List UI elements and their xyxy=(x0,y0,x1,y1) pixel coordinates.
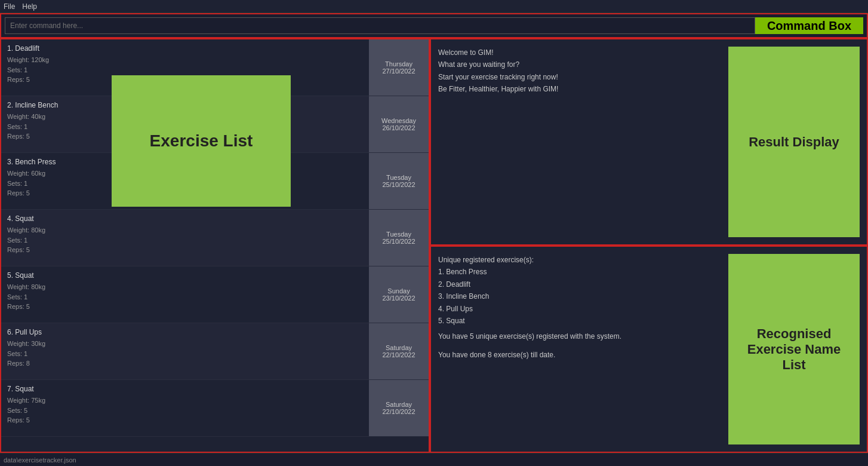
exercise-detail: Weight: 75kgSets: 5Reps: 5 xyxy=(7,396,363,425)
menu-file[interactable]: File xyxy=(4,2,15,11)
recognised-item: 2. Deadlift xyxy=(438,278,721,290)
exercise-item[interactable]: 5. Squat Weight: 80kgSets: 1Reps: 5 Sund… xyxy=(1,266,429,323)
recognised-item: 1. Bench Press xyxy=(438,266,721,278)
result-display-green-box: Result Display xyxy=(728,47,860,237)
welcome-line1: Welcome to GIM! xyxy=(438,47,721,59)
exercise-detail: Weight: 80kgSets: 1Reps: 5 xyxy=(7,282,363,312)
recognised-items: 1. Bench Press2. Deadlift3. Incline Benc… xyxy=(438,266,721,327)
exercise-item[interactable]: 6. Pull Ups Weight: 30kgSets: 1Reps: 8 S… xyxy=(1,323,429,380)
exercise-date: Wednesday26/10/2022 xyxy=(369,96,429,152)
recognised-box-label: RecognisedExercise Name List xyxy=(734,326,854,373)
command-input[interactable] xyxy=(5,17,755,34)
exercise-date: Tuesday25/10/2022 xyxy=(369,153,429,209)
exercise-date: Tuesday25/10/2022 xyxy=(369,210,429,266)
exercise-list-label: Exercise List xyxy=(112,75,291,207)
exercise-name: 7. Squat xyxy=(7,385,363,393)
exercise-detail: Weight: 80kgSets: 1Reps: 5 xyxy=(7,225,363,255)
exercise-info: 5. Squat Weight: 80kgSets: 1Reps: 5 xyxy=(1,266,369,323)
exercise-name: 6. Pull Ups xyxy=(7,328,363,336)
recognised-exercise-green-box: RecognisedExercise Name List xyxy=(728,254,860,444)
recognised-item: 4. Pull Ups xyxy=(438,303,721,315)
statusbar-path: data\exercisetracker.json xyxy=(4,456,76,464)
exercise-list-panel: Exercise List 1. Deadlift Weight: 120kgS… xyxy=(0,38,430,453)
exercise-date: Saturday22/10/2022 xyxy=(369,380,429,436)
statusbar: data\exercisetracker.json xyxy=(0,453,868,466)
exercise-list-container[interactable]: Exercise List 1. Deadlift Weight: 120kgS… xyxy=(1,39,429,452)
commandbar: Command Box xyxy=(0,13,868,38)
exercise-date: Saturday22/10/2022 xyxy=(369,323,429,379)
result-display-panel: Welcome to GIM! What are you waiting for… xyxy=(430,38,868,246)
command-label: Command Box xyxy=(755,17,863,34)
exercise-name: 1. Deadlift xyxy=(7,44,363,53)
recognised-item: 3. Incline Bench xyxy=(438,290,721,302)
main-layout: Exercise List 1. Deadlift Weight: 120kgS… xyxy=(0,38,868,453)
right-panel: Welcome to GIM! What are you waiting for… xyxy=(430,38,868,453)
exercise-info: 4. Squat Weight: 80kgSets: 1Reps: 5 xyxy=(1,210,369,266)
exercise-item[interactable]: 7. Squat Weight: 75kgSets: 5Reps: 5 Satu… xyxy=(1,380,429,437)
menubar: File Help xyxy=(0,0,868,13)
exercise-info: 6. Pull Ups Weight: 30kgSets: 1Reps: 8 xyxy=(1,323,369,379)
menu-help[interactable]: Help xyxy=(22,2,37,11)
welcome-line4: Be Fitter, Healthier, Happier with GIM! xyxy=(438,83,721,95)
exercise-date: Sunday23/10/2022 xyxy=(369,266,429,323)
result-text: Welcome to GIM! What are you waiting for… xyxy=(438,47,721,237)
recognised-item: 5. Squat xyxy=(438,315,721,327)
recognised-total-msg: You have done 8 exercise(s) till date. xyxy=(438,349,721,361)
exercise-name: 4. Squat xyxy=(7,214,363,223)
exercise-date: Thursday27/10/2022 xyxy=(369,39,429,96)
exercise-name: 5. Squat xyxy=(7,271,363,280)
recognised-unique-msg: You have 5 unique exercise(s) registered… xyxy=(438,330,721,342)
exercise-item[interactable]: 4. Squat Weight: 80kgSets: 1Reps: 5 Tues… xyxy=(1,210,429,266)
recognised-text: Unique registered exercise(s): 1. Bench … xyxy=(438,254,721,444)
recognised-exercise-panel: Unique registered exercise(s): 1. Bench … xyxy=(430,246,868,453)
exercise-info: 7. Squat Weight: 75kgSets: 5Reps: 5 xyxy=(1,380,369,436)
welcome-line2: What are you waiting for? xyxy=(438,59,721,70)
welcome-line3: Start your exercise tracking right now! xyxy=(438,71,721,83)
exercise-detail: Weight: 30kgSets: 1Reps: 8 xyxy=(7,339,363,369)
recognised-header: Unique registered exercise(s): xyxy=(438,254,721,266)
